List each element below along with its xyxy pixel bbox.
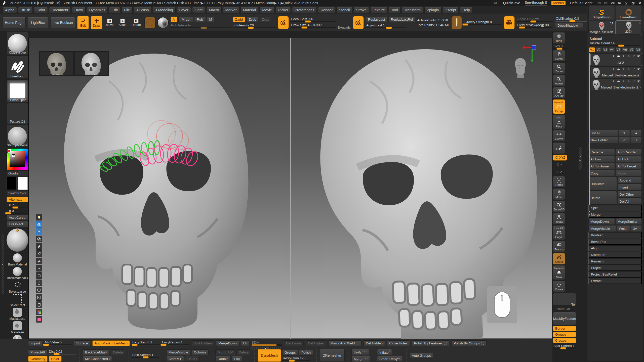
visible-count-slider[interactable]: Visible Count 14 <box>588 41 642 46</box>
ring-icon[interactable] <box>627 67 630 71</box>
menu-material[interactable]: Material <box>240 7 259 13</box>
draw-button[interactable]: Draw <box>91 16 102 29</box>
viewport-polyf-button[interactable]: Line FillPolyF <box>553 225 565 240</box>
slider-midvalue-0[interactable]: MidValue 0 <box>44 340 72 345</box>
viewport-rotate-button[interactable]: Rotate <box>553 213 565 224</box>
menus-button[interactable]: Menus <box>551 1 566 5</box>
subtool-tab-v4[interactable]: V4 <box>609 47 615 52</box>
menu-j-brush[interactable]: J-Brush <box>134 7 151 13</box>
menu-edit[interactable]: Edit <box>109 7 120 13</box>
slider-track[interactable] <box>282 360 310 361</box>
camera-head-preview[interactable] <box>512 57 528 79</box>
inflate-button[interactable]: Inflatei <box>377 349 392 355</box>
slider-knob[interactable] <box>54 353 60 355</box>
new-folder-button[interactable]: New Folder <box>588 137 618 143</box>
slider-dist-0-02[interactable]: Dist 0.02 <box>48 350 76 355</box>
slider-lazyradius-1[interactable]: LazyRadius 1 <box>162 340 189 345</box>
annot-swatch-button[interactable] <box>36 316 42 323</box>
sidebar-item-claybuildup[interactable]: ClayBuildup <box>7 32 28 55</box>
viewport-ghost-button[interactable]: Ghost <box>553 253 565 264</box>
brushsm-icon[interactable] <box>632 54 635 58</box>
menu-render[interactable]: Render <box>318 7 335 13</box>
hue-cursor[interactable] <box>8 149 11 153</box>
field-of-view-slider[interactable]: Field of view(deg) 30 <box>517 23 553 28</box>
reference-skull-2[interactable] <box>75 52 108 75</box>
storemt-button[interactable]: StoreMT <box>166 356 184 362</box>
sv-cursor[interactable] <box>12 155 15 157</box>
menu-marker[interactable]: Marker <box>223 7 239 13</box>
distribute-section[interactable]: Distribute <box>588 252 642 258</box>
sdiv-track[interactable] <box>252 344 282 346</box>
auto-groups-button[interactable]: Auto Groups <box>410 353 433 358</box>
insert-button[interactable]: Insert <box>618 184 642 191</box>
menu-brush[interactable]: Brush <box>18 7 33 13</box>
slider-track[interactable] <box>44 344 72 345</box>
menu-help[interactable]: Help <box>460 7 472 13</box>
secondary-color-swatch[interactable] <box>18 177 28 190</box>
weld-button[interactable]: Weld <box>617 225 630 232</box>
polish-by-features-button[interactable]: Polish By Features <box>412 340 449 346</box>
toggle-dot-icon[interactable] <box>444 342 447 345</box>
subtool-tab-v7[interactable]: V7 <box>629 47 635 52</box>
extract-section[interactable]: Extract <box>588 278 642 284</box>
zsub-button[interactable]: Zsub <box>246 17 258 22</box>
slider-knob[interactable] <box>132 344 138 346</box>
subtool-item-merged-skull-decimation2[interactable]: Merged_Skull-decimation2 <box>591 66 642 78</box>
min-connected-i-button[interactable]: Min Connected I <box>83 356 112 362</box>
move-down-button[interactable] <box>631 130 642 136</box>
annot-pen-button[interactable] <box>36 250 42 257</box>
left-tray-handle[interactable]: ▸ <box>2 234 4 294</box>
unify-button[interactable]: Unifyx y z <box>351 349 369 355</box>
camera-button[interactable] <box>504 16 515 29</box>
del-hidden-button[interactable]: Del Hidden <box>364 340 385 346</box>
split-hidden-button[interactable]: Split Hidden <box>191 340 214 346</box>
polish-button[interactable]: Polish <box>299 350 313 355</box>
right-tray-handle[interactable]: ◂▸ <box>579 147 582 170</box>
uv-button[interactable]: Uv <box>241 340 250 346</box>
sidebar-item-basicmaterial[interactable]: BasicMaterial <box>7 253 28 266</box>
zcut-button[interactable]: Zcut <box>260 17 271 22</box>
annot-clipboard-button[interactable] <box>36 301 42 308</box>
move-into-button[interactable] <box>631 137 642 143</box>
sv-square[interactable] <box>10 151 25 167</box>
brush-eraserbrush[interactable]: EraserBrush <box>616 6 642 20</box>
dynamic-label[interactable]: Dynamic <box>338 26 351 29</box>
del-higher-button[interactable]: Del Higher <box>306 340 326 346</box>
current-material-button[interactable] <box>157 17 169 28</box>
color-swatch[interactable]: A <box>171 17 177 22</box>
sidebar-item-accucurve[interactable]: AccuCurve <box>7 215 28 220</box>
document-canvas[interactable] <box>28 38 552 339</box>
viewport-xyz-button[interactable]: XYZ <box>553 155 567 161</box>
live-boolean-button[interactable]: Live Boolean <box>50 17 75 28</box>
slider-knob[interactable] <box>160 344 167 346</box>
move-up-button[interactable] <box>619 130 630 136</box>
slider-track[interactable] <box>7 213 28 214</box>
deep-shadow-button[interactable]: DeepShadow <box>555 23 583 28</box>
slider-knob[interactable] <box>12 206 18 209</box>
see-through-slider[interactable]: See-through 0 <box>525 1 547 6</box>
poly-icon[interactable] <box>617 67 620 71</box>
backfacemask-button[interactable]: BackfaceMask <box>83 349 109 355</box>
crease-button[interactable]: Crease <box>553 338 576 343</box>
shade-icon[interactable] <box>622 54 625 58</box>
shade-icon[interactable] <box>622 79 625 83</box>
remesh-section[interactable]: Remesh <box>588 258 642 264</box>
slider-track[interactable] <box>162 344 189 345</box>
all-to-home-button[interactable]: All To Home <box>588 163 615 169</box>
viewport-move-button[interactable]: Move <box>553 188 565 200</box>
menu-j-modeling[interactable]: J-Modeling <box>153 7 176 13</box>
sidebar-item-basicmaterialb[interactable]: BasicMaterialB <box>7 267 28 280</box>
viewport-bpr-button[interactable]: BPR <box>553 32 565 44</box>
annot-eye-button[interactable] <box>36 221 42 228</box>
menu-picker[interactable]: Picker <box>276 7 291 13</box>
groups-button[interactable]: Groups <box>282 350 298 355</box>
project-section[interactable]: Project <box>588 265 642 271</box>
viewport-l-sym-button[interactable]: L.Sym <box>553 130 565 142</box>
split-screen-divider[interactable] <box>290 38 291 339</box>
sidebar-item-rf-0[interactable]: Rf 0 <box>7 209 28 214</box>
menu-alpha[interactable]: Alpha <box>3 7 17 13</box>
lightbox-button[interactable]: LightBox <box>28 17 48 28</box>
all-high-button[interactable]: All High <box>616 156 642 162</box>
annot-trash-button[interactable] <box>36 280 42 286</box>
color-button[interactable]: Color <box>49 356 61 362</box>
